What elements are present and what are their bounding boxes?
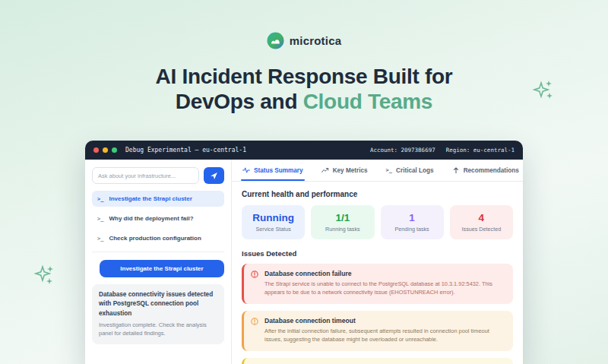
stats-row: Running Service Status 1/1 Running tasks… [242,205,513,239]
brand-name: microtica [290,34,342,47]
terminal-prompt-icon: >_ [97,196,103,202]
window-titlebar: Debug Experimental — eu-central-1 Accoun… [85,141,523,160]
issue-card-db-connection-failure: Database connection failure The Strapi s… [242,264,513,304]
analysis-panel: Status Summary Key Metrics >_ Critical L… [232,160,523,364]
issues-section-title: Issues Detected [242,249,513,258]
issue-title: Database connection failure [264,270,505,277]
suggestion-investigate-strapi[interactable]: >_ Investigate the Strapi cluster [92,191,224,207]
suggestion-label: Why did the deployment fail? [109,215,193,222]
chat-input-row [92,167,224,184]
user-message-bubble[interactable]: Investigate the Strapi cluster [100,260,224,277]
suggestion-list: >_ Investigate the Strapi cluster >_ Why… [92,191,224,246]
tab-key-metrics[interactable]: Key Metrics [321,160,368,181]
suggestion-deployment-fail[interactable]: >_ Why did the deployment fail? [92,210,224,226]
issue-title: Database connection timeout [264,317,505,324]
stat-label: Pending tasks [384,226,441,233]
alert-circle-icon [251,318,258,325]
sparkle-icon [33,263,59,289]
stat-label: Service Status [245,226,302,233]
response-title: Database connectivity issues detected wi… [99,290,217,318]
microtica-logo-icon [267,32,284,49]
stat-label: Issues Detected [453,226,510,233]
window-meta: Account: 2097386697 Region: eu-central-1 [370,147,515,154]
hero-line-2-dark: DevOps and [176,90,303,113]
arrow-up-icon [452,166,460,174]
stat-value: 4 [453,212,510,223]
sparkle-icon [532,78,558,103]
stat-service-status: Running Service Status [242,205,305,239]
suggestion-label: Check production configuration [109,235,201,242]
tab-status-summary[interactable]: Status Summary [242,160,303,181]
trend-line-icon [321,166,329,174]
stat-label: Running tasks [314,226,371,233]
window-body: >_ Investigate the Strapi cluster >_ Why… [85,160,523,364]
assistant-response-card: Database connectivity issues detected wi… [92,284,224,344]
account-label: Account: 2097386697 [370,147,435,154]
stat-running-tasks: 1/1 Running tasks [311,205,374,239]
minimize-window-button[interactable] [103,147,108,153]
tab-bar: Status Summary Key Metrics >_ Critical L… [232,160,523,182]
tab-label: Status Summary [254,167,303,174]
stat-issues-detected: 4 Issues Detected [450,205,513,239]
stat-pending-tasks: 1 Pending tasks [381,205,444,239]
chat-input[interactable] [92,167,199,184]
activity-pulse-icon [242,166,250,174]
status-summary-content: Current health and performance Running S… [232,182,523,364]
tab-label: Critical Logs [396,167,434,174]
page-title: AI Incident Response Built for DevOps an… [0,64,608,114]
tab-critical-logs[interactable]: >_ Critical Logs [386,160,434,181]
region-label: Region: eu-central-1 [446,147,515,154]
stat-value: 1 [384,212,441,223]
issue-card-http-302-redirects: HTTP 302 redirects The service is respon… [242,358,513,364]
brand-logo: microtica [0,32,608,49]
tab-recommendations[interactable]: Recommendations [452,160,519,181]
terminal-prompt-icon: >_ [97,236,103,242]
issue-body: After the initial connection failure, su… [264,327,505,344]
response-body: Investigation complete. Check the analys… [99,321,217,338]
window-title: Debug Experimental — eu-central-1 [125,147,246,154]
health-section-title: Current health and performance [242,190,513,198]
hero-line-2-green: Cloud Teams [303,90,432,113]
app-window: Debug Experimental — eu-central-1 Accoun… [85,141,523,364]
issue-card-db-connection-timeout: Database connection timeout After the in… [242,311,513,351]
chat-sidebar: >_ Investigate the Strapi cluster >_ Why… [85,160,232,364]
terminal-prompt-icon: >_ [97,216,103,222]
terminal-prompt-icon: >_ [386,167,392,173]
paper-plane-icon [210,172,218,180]
stat-value: 1/1 [314,212,371,223]
stat-value: Running [245,212,302,223]
tab-label: Recommendations [464,167,519,174]
maximize-window-button[interactable] [112,147,117,153]
close-window-button[interactable] [93,147,99,153]
hero-line-1: AI Incident Response Built for [156,65,453,88]
suggestion-check-config[interactable]: >_ Check production configuration [92,230,224,246]
landing-page: microtica AI Incident Response Built for… [0,0,608,364]
sidebar-divider [92,252,224,252]
suggestion-label: Investigate the Strapi cluster [109,195,192,202]
issue-body: The Strapi service is unable to connect … [264,280,505,297]
tab-label: Key Metrics [333,167,368,174]
send-button[interactable] [204,167,224,184]
alert-circle-icon [251,271,258,278]
